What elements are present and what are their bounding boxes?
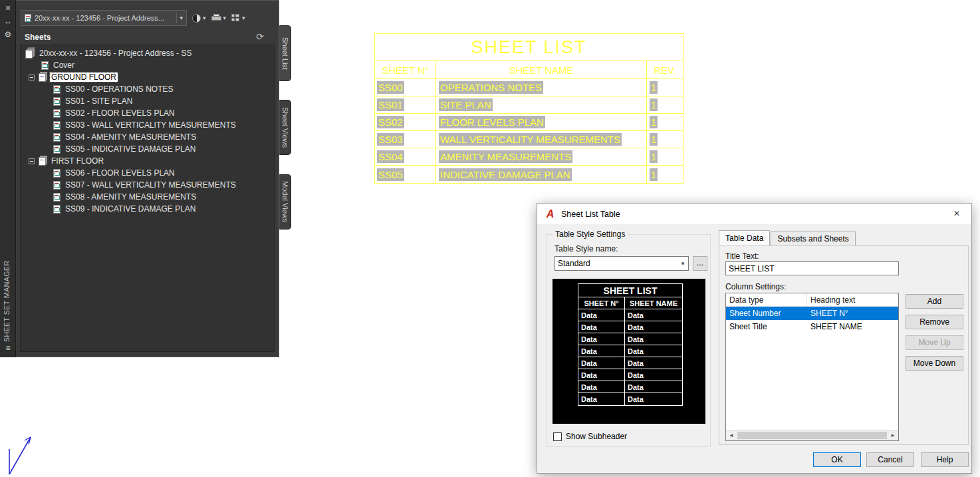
group-label: Table Style Settings: [552, 230, 628, 239]
palette-grip-icon[interactable]: ≡: [0, 341, 16, 355]
tree-root[interactable]: 20xx-xx-xx - 123456 - Project Address - …: [21, 47, 274, 59]
tree-item-ss03[interactable]: SS03 - WALL VERTICALITY MEASUREMENTS: [21, 119, 274, 131]
close-icon[interactable]: ✕: [947, 207, 966, 221]
preview-table-header: SHEET NAME: [625, 297, 682, 309]
ok-button[interactable]: OK: [813, 452, 861, 467]
chevron-down-icon: ▾: [677, 260, 688, 267]
drawing-table-header-row: SHEET N° SHEET NAME REV.: [375, 61, 683, 79]
drawing-table-row: SS01 SITE PLAN 1: [375, 96, 683, 114]
drawing-table-row: SS05 INDICATIVE DAMAGE PLAN 1: [375, 166, 683, 183]
sheet-list-table-dialog: A Sheet List Table ✕ Table Style Setting…: [537, 203, 972, 474]
field-value: INDICATIVE DAMAGE PLAN: [439, 168, 572, 181]
column-row-sheet-number[interactable]: Sheet Number SHEET N°: [726, 307, 898, 320]
tree-item-ss01[interactable]: SS01 - SITE PLAN: [21, 95, 274, 107]
tab-model-views[interactable]: Model Views: [279, 174, 291, 230]
refresh-icon[interactable]: ⟳: [256, 31, 264, 42]
tree-item-ss07[interactable]: SS07 - WALL VERTICALITY MEASUREMENTS: [21, 179, 274, 191]
scroll-left-icon[interactable]: ◄: [726, 430, 737, 440]
preview-cell: Data: [625, 321, 682, 333]
palette-title: SHEET SET MANAGER: [3, 261, 13, 342]
sheet-set-dropdown[interactable]: 20xx-xx-xx - 123456 - Project Address...…: [21, 10, 187, 26]
field-value: SITE PLAN: [439, 98, 493, 111]
preview-cell: Data: [625, 381, 682, 393]
sheet-icon: [53, 133, 61, 142]
move-down-button[interactable]: Move Down: [906, 356, 963, 371]
sheet-icon: [53, 193, 61, 202]
preview-cell: Data: [625, 345, 682, 357]
tree-item-label: SS01 - SITE PLAN: [64, 96, 134, 106]
tree-item-ss08[interactable]: SS08 - AMENITY MEASUREMENTS: [21, 191, 274, 203]
scrollbar-thumb[interactable]: [737, 432, 887, 439]
title-text-input[interactable]: [725, 261, 899, 275]
tree-item-ss04[interactable]: SS04 - AMENITY MEASUREMENTS: [21, 131, 274, 143]
ssm-toolbar: 20xx-xx-xx - 123456 - Project Address...…: [21, 10, 275, 26]
table-style-name-value: Standard: [555, 259, 677, 268]
tab-sheet-list[interactable]: Sheet List: [279, 25, 291, 81]
scroll-right-icon[interactable]: ►: [888, 430, 898, 440]
tree-item-ss00[interactable]: SS00 - OPERATIONS NOTES: [21, 83, 274, 95]
column-header-heading-text[interactable]: Heading text: [807, 293, 898, 306]
tree-item-label: SS03 - WALL VERTICALITY MEASUREMENTS: [64, 120, 237, 130]
sheet-set-stack-icon: [25, 50, 33, 59]
chevron-down-icon: ▾: [176, 13, 183, 23]
collapse-icon[interactable]: [29, 75, 35, 80]
show-subheader-checkbox[interactable]: Show Subheader: [553, 432, 627, 441]
palette-properties-icon[interactable]: ⚙: [0, 28, 16, 41]
tree-item-ss06[interactable]: SS06 - FLOOR LEVELS PLAN: [21, 167, 274, 179]
table-style-name-select[interactable]: Standard ▾: [554, 256, 689, 271]
tree-subset-ground-floor[interactable]: GROUND FLOOR: [21, 71, 274, 83]
printer-icon: [211, 14, 221, 22]
horizontal-scrollbar[interactable]: ◄ ►: [726, 430, 898, 440]
tree-item-cover[interactable]: Cover: [21, 59, 274, 71]
field-value: 1: [650, 150, 658, 163]
column-list-header-row: Data type Heading text: [726, 293, 898, 307]
add-button[interactable]: Add: [906, 294, 963, 309]
preview-cell: Data: [625, 333, 682, 345]
drawing-sheet-list-table[interactable]: SHEET LIST SHEET N° SHEET NAME REV. SS00…: [374, 33, 683, 184]
tree-item-label: SS07 - WALL VERTICALITY MEASUREMENTS: [64, 180, 237, 190]
preview-table-row: Data Data: [578, 357, 682, 369]
preview-table-row: Data Data: [578, 309, 682, 321]
cell-data-type: Sheet Title: [726, 322, 807, 331]
autocad-logo-icon: A: [545, 208, 556, 220]
table-data-tabpage: Title Text: Column Settings: Data type H…: [719, 245, 969, 445]
table-style-browse-button[interactable]: ...: [693, 256, 707, 271]
sheets-section-label: Sheets: [25, 33, 51, 42]
remove-button[interactable]: Remove: [906, 315, 963, 329]
tree-item-label: Cover: [52, 61, 76, 70]
dialog-titlebar[interactable]: A Sheet List Table: [537, 204, 971, 224]
checkbox-icon: [553, 432, 562, 441]
sheet-icon: [53, 121, 61, 130]
palette-close-icon[interactable]: ✕: [0, 1, 16, 15]
tree-item-ss02[interactable]: SS02 - FLOOR LEVELS PLAN: [21, 107, 274, 119]
collapse-icon[interactable]: [29, 158, 35, 164]
tree-item-ss09[interactable]: SS09 - INDICATIVE DAMAGE PLAN: [21, 203, 274, 215]
preview-table-row: Data Data: [578, 369, 682, 381]
tree-item-ss05[interactable]: SS05 - INDICATIVE DAMAGE PLAN: [21, 143, 274, 155]
drawing-table-title: SHEET LIST: [375, 34, 683, 61]
preview-cell: Data: [625, 309, 682, 321]
transmittal-menu-button[interactable]: ▾: [192, 14, 206, 23]
subset-icon: [39, 73, 46, 82]
column-row-sheet-title[interactable]: Sheet Title SHEET NAME: [726, 320, 898, 333]
tab-sheet-views[interactable]: Sheet Views: [279, 100, 291, 155]
tree-item-label: SS04 - AMENITY MEASUREMENTS: [64, 132, 197, 142]
preview-cell: Data: [578, 309, 625, 321]
tree-subset-first-floor[interactable]: FIRST FLOOR: [21, 155, 274, 167]
cancel-button[interactable]: Cancel: [866, 452, 914, 467]
drawing-table-row: SS03 WALL VERTICALITY MEASUREMENTS 1: [375, 131, 683, 148]
preview-cell: Data: [578, 333, 625, 345]
publish-menu-button[interactable]: ▾: [211, 14, 227, 22]
drawing-table-header: SHEET NAME: [436, 61, 647, 79]
help-button[interactable]: Help: [921, 452, 969, 467]
sheet-tree: 20xx-xx-xx - 123456 - Project Address - …: [20, 45, 275, 352]
palette-autohide-icon[interactable]: ↔: [0, 15, 16, 28]
column-header-data-type[interactable]: Data type: [726, 293, 807, 306]
tab-table-data[interactable]: Table Data: [719, 230, 770, 245]
field-value: WALL VERTICALITY MEASUREMENTS: [439, 133, 622, 146]
sheet-selections-menu-button[interactable]: ▾: [231, 14, 245, 22]
tab-subsets-and-sheets[interactable]: Subsets and Sheets: [771, 232, 855, 245]
drawing-table-row: SS00 OPERATIONS NOTES 1: [375, 79, 683, 96]
tree-item-label: SS05 - INDICATIVE DAMAGE PLAN: [64, 144, 197, 154]
preview-table-header: SHEET N°: [578, 297, 625, 309]
